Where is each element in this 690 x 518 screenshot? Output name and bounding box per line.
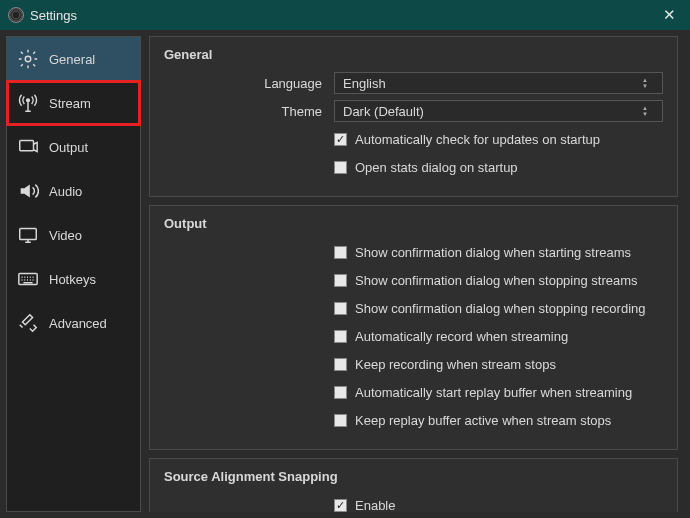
audio-icon: [17, 180, 39, 202]
theme-dropdown[interactable]: Dark (Default) ▲▼: [334, 100, 663, 122]
enable-snapping-checkbox[interactable]: ✓: [334, 499, 347, 512]
checkbox[interactable]: [334, 386, 347, 399]
section-general-title: General: [164, 47, 663, 62]
checkbox[interactable]: [334, 246, 347, 259]
dropdown-spinner-icon: ▲▼: [642, 77, 654, 89]
sidebar-item-label: General: [49, 52, 95, 67]
section-output-title: Output: [164, 216, 663, 231]
svg-rect-2: [20, 141, 34, 151]
svg-point-0: [25, 56, 31, 62]
gear-icon: [17, 48, 39, 70]
stream-icon: [17, 92, 39, 114]
checkbox[interactable]: [334, 274, 347, 287]
window-title: Settings: [30, 8, 77, 23]
checkbox-label[interactable]: Show confirmation dialog when stopping r…: [355, 301, 646, 316]
checkbox-label[interactable]: Automatically start replay buffer when s…: [355, 385, 632, 400]
checkbox[interactable]: [334, 414, 347, 427]
section-general: General Language English ▲▼ Theme Dark (…: [149, 36, 678, 197]
sidebar-item-label: Stream: [49, 96, 91, 111]
section-output: Output Show confirmation dialog when sta…: [149, 205, 678, 450]
sidebar-item-audio[interactable]: Audio: [7, 169, 140, 213]
app-logo-icon: [8, 7, 24, 23]
checkbox-label[interactable]: Open stats dialog on startup: [355, 160, 518, 175]
sidebar-item-label: Hotkeys: [49, 272, 96, 287]
svg-rect-3: [20, 229, 37, 240]
sidebar-item-label: Output: [49, 140, 88, 155]
sidebar-item-stream[interactable]: Stream: [7, 81, 140, 125]
sidebar: GeneralStreamOutputAudioVideoHotkeysAdva…: [6, 36, 141, 512]
sidebar-item-video[interactable]: Video: [7, 213, 140, 257]
checkbox-label[interactable]: Automatically check for updates on start…: [355, 132, 600, 147]
titlebar: Settings ✕: [0, 0, 690, 30]
sidebar-item-output[interactable]: Output: [7, 125, 140, 169]
checkbox-label[interactable]: Show confirmation dialog when stopping s…: [355, 273, 638, 288]
dropdown-spinner-icon: ▲▼: [642, 105, 654, 117]
checkbox-label[interactable]: Show confirmation dialog when starting s…: [355, 245, 631, 260]
theme-value: Dark (Default): [343, 104, 424, 119]
checkbox[interactable]: [334, 302, 347, 315]
sidebar-item-general[interactable]: General: [7, 37, 140, 81]
main-panel: General Language English ▲▼ Theme Dark (…: [149, 36, 684, 512]
language-value: English: [343, 76, 386, 91]
checkbox[interactable]: [334, 161, 347, 174]
section-snapping-title: Source Alignment Snapping: [164, 469, 663, 484]
checkbox-label[interactable]: Keep replay buffer active when stream st…: [355, 413, 611, 428]
hotkeys-icon: [17, 268, 39, 290]
checkbox[interactable]: [334, 330, 347, 343]
sidebar-item-label: Audio: [49, 184, 82, 199]
sidebar-item-label: Video: [49, 228, 82, 243]
advanced-icon: [17, 312, 39, 334]
sidebar-item-label: Advanced: [49, 316, 107, 331]
theme-label: Theme: [164, 104, 334, 119]
section-snapping: Source Alignment Snapping ✓ Enable Snap …: [149, 458, 678, 512]
checkbox-label[interactable]: Keep recording when stream stops: [355, 357, 556, 372]
checkbox[interactable]: [334, 358, 347, 371]
checkbox[interactable]: ✓: [334, 133, 347, 146]
language-label: Language: [164, 76, 334, 91]
language-dropdown[interactable]: English ▲▼: [334, 72, 663, 94]
checkbox-label[interactable]: Automatically record when streaming: [355, 329, 568, 344]
content: GeneralStreamOutputAudioVideoHotkeysAdva…: [0, 30, 690, 518]
close-button[interactable]: ✕: [657, 6, 682, 24]
output-icon: [17, 136, 39, 158]
sidebar-item-hotkeys[interactable]: Hotkeys: [7, 257, 140, 301]
video-icon: [17, 224, 39, 246]
sidebar-item-advanced[interactable]: Advanced: [7, 301, 140, 345]
enable-snapping-label[interactable]: Enable: [355, 498, 395, 513]
